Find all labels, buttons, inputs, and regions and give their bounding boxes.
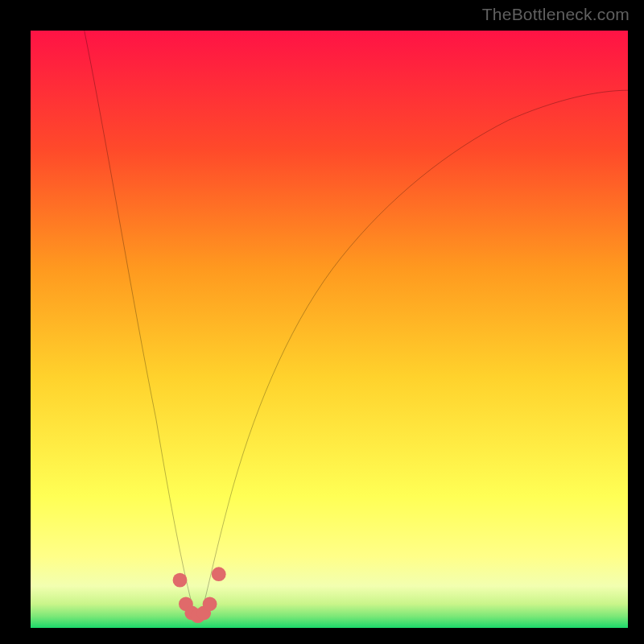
trough-markers bbox=[173, 567, 226, 623]
bottleneck-curve bbox=[31, 31, 628, 628]
plot-area bbox=[31, 31, 628, 628]
watermark-text: TheBottleneck.com bbox=[482, 5, 630, 24]
svg-point-7 bbox=[212, 567, 226, 581]
svg-point-1 bbox=[173, 573, 188, 588]
svg-point-6 bbox=[203, 597, 217, 611]
curve-path bbox=[85, 31, 628, 615]
chart-frame: TheBottleneck.com bbox=[0, 0, 644, 644]
